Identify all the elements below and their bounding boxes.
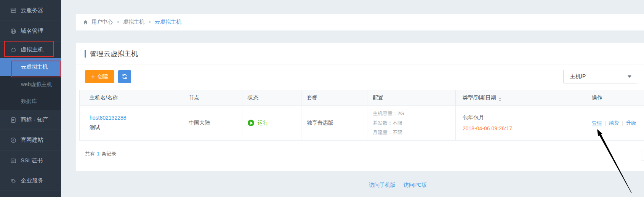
column-header-type-expiry[interactable]: 类型/到期日期 [456, 90, 587, 106]
main-panel: 管理云虚拟主机 + 创建 主机IP 主机名/名称 节点 状态 套餐 [76, 43, 644, 171]
manage-link[interactable]: 管理 [592, 120, 602, 126]
sidebar-subitem-database[interactable]: 数据库 [0, 93, 61, 110]
cell-plan: 独享普惠版 [301, 106, 367, 141]
sidebar-item-trademark[interactable]: R 商标 · 知产 [0, 110, 61, 130]
refresh-button[interactable] [118, 70, 131, 83]
server-icon [10, 7, 16, 13]
website-e-icon: e [10, 137, 16, 143]
breadcrumb-item-user-center[interactable]: 用户中心 [91, 19, 113, 26]
config-concurrency: 并发数：不限 [373, 118, 455, 128]
column-header-plan: 套餐 [301, 90, 367, 106]
title-accent-bar [85, 50, 86, 58]
sidebar-item-label: 域名管理 [21, 27, 43, 35]
table-row: host802132288 测试 中国大陆 运行 独享普惠版 主机容量：2G 并… [80, 106, 644, 141]
breadcrumb: 用户中心 > 虚拟主机 > 云虚拟主机 [76, 14, 644, 30]
plus-icon: + [91, 74, 95, 80]
cell-type-expiry: 包年包月 2018-04-06 09:26:17 [456, 106, 587, 141]
toolbar: + 创建 主机IP [76, 70, 644, 83]
breadcrumb-separator: > [148, 19, 151, 25]
column-header-status: 状态 [242, 90, 301, 106]
sidebar-item-member[interactable]: 会员认证 [0, 191, 61, 197]
upgrade-link[interactable]: 升级 [626, 120, 636, 126]
status-running-icon [248, 120, 254, 126]
svg-text:R: R [12, 119, 14, 122]
sidebar-item-label: 虚拟主机 [21, 46, 43, 53]
breadcrumb-separator: > [117, 19, 119, 25]
record-count-summary: 共有1条记录 [85, 151, 644, 157]
cell-actions: 管理|续费|升级 [587, 106, 644, 141]
refresh-icon [122, 74, 128, 80]
sidebar-submenu: 云虚拟主机 web虚拟主机 数据库 [0, 58, 61, 110]
cloud-host-icon [10, 47, 16, 53]
table-header-row: 主机名/名称 节点 状态 套餐 配置 类型/到期日期 操作 [80, 90, 644, 106]
chevron-down-icon [628, 75, 631, 78]
breadcrumb-item-cloud-vhost[interactable]: 云虚拟主机 [155, 19, 181, 26]
sidebar-item-domain[interactable]: 域名管理 [0, 21, 61, 41]
cell-node: 中国大陆 [183, 106, 242, 141]
sidebar-subitem-label: 数据库 [21, 98, 37, 105]
host-name-link[interactable]: host802132288 [90, 115, 127, 121]
svg-text:e: e [12, 138, 14, 142]
sidebar-item-label: 企业服务 [21, 177, 43, 184]
column-header-hostname: 主机名/名称 [80, 90, 183, 106]
visit-pc-link[interactable]: 访问PC版 [404, 182, 427, 188]
sidebar-item-website-builder[interactable]: e 官网建站 [0, 130, 61, 150]
sidebar-item-label: 云服务器 [21, 7, 43, 14]
sidebar-item-ssl[interactable]: SSL证书 [0, 150, 61, 171]
billing-type: 包年包月 [463, 114, 587, 121]
sidebar-subitem-label: web虚拟主机 [21, 81, 52, 88]
visit-mobile-link[interactable]: 访问手机版 [369, 182, 396, 188]
sidebar-item-cloud-server[interactable]: 云服务器 [0, 0, 61, 21]
globe-icon [10, 28, 16, 34]
sidebar-item-virtual-host[interactable]: 虚拟主机 [0, 41, 61, 58]
column-header-node: 节点 [183, 90, 242, 106]
breadcrumb-item-virtual-host[interactable]: 虚拟主机 [123, 19, 144, 26]
filter-selected-value: 主机IP [570, 73, 628, 80]
config-traffic: 月流量：不限 [373, 128, 455, 137]
certificate-icon [10, 158, 16, 164]
action-separator: | [605, 120, 606, 126]
tag-icon [10, 178, 16, 184]
expire-date: 2018-04-06 09:26:17 [463, 125, 587, 131]
sidebar-subitem-web-vhost[interactable]: web虚拟主机 [0, 76, 61, 93]
page-title: 管理云虚拟主机 [90, 49, 138, 58]
sidebar-item-label: SSL证书 [21, 157, 43, 164]
host-ip-filter-dropdown[interactable]: 主机IP [563, 70, 637, 83]
create-button[interactable]: + 创建 [85, 70, 114, 83]
sidebar-item-label: 官网建站 [21, 136, 43, 144]
sidebar: 云服务器 域名管理 虚拟主机 云虚拟主机 web虚拟主机 数据库 R 商标 · … [0, 0, 61, 197]
sort-icon[interactable] [498, 98, 501, 101]
sidebar-subitem-label: 云虚拟主机 [21, 64, 48, 70]
cell-config: 主机容量：2G 并发数：不限 月流量：不限 [367, 106, 456, 141]
host-alias: 测试 [90, 124, 183, 131]
column-header-config: 配置 [367, 90, 456, 106]
column-header-actions: 操作 [587, 90, 644, 106]
cell-status: 运行 [242, 106, 301, 141]
title-divider [76, 64, 644, 64]
action-separator: | [622, 120, 623, 126]
home-icon [83, 19, 88, 25]
status-text: 运行 [258, 120, 268, 127]
cell-hostname: host802132288 测试 [80, 106, 183, 141]
hosts-table: 主机名/名称 节点 状态 套餐 配置 类型/到期日期 操作 host802132… [79, 90, 644, 141]
renew-link[interactable]: 续费 [609, 120, 619, 126]
footer-links: 访问手机版 访问PC版 [369, 182, 427, 189]
trademark-document-icon: R [10, 117, 16, 123]
pagination-button-clipped[interactable] [641, 150, 644, 160]
sidebar-subitem-cloud-vhost[interactable]: 云虚拟主机 [0, 58, 61, 76]
page-title-row: 管理云虚拟主机 [76, 43, 644, 58]
record-count: 1 [97, 151, 99, 157]
create-button-label: 创建 [98, 73, 108, 80]
sidebar-item-enterprise[interactable]: 企业服务 [0, 171, 61, 191]
config-capacity: 主机容量：2G [373, 109, 455, 118]
sidebar-item-label: 商标 · 知产 [21, 116, 48, 123]
